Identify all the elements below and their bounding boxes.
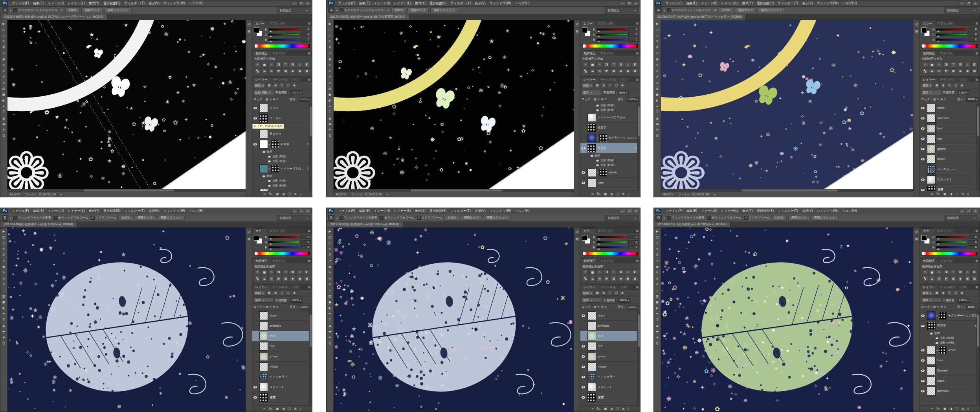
levels-icon[interactable]: ▅ bbox=[589, 269, 596, 275]
panel-menu-icon[interactable]: ▤ bbox=[636, 229, 639, 234]
layer-visibility-toggle[interactable] bbox=[580, 143, 586, 153]
layer-visibility-toggle[interactable] bbox=[252, 362, 258, 372]
lock-position-icon[interactable]: ✥ bbox=[601, 305, 603, 309]
layer-row[interactable]: green bbox=[920, 144, 980, 154]
delete-layer-icon[interactable]: ▯ bbox=[967, 406, 969, 412]
channel-slider[interactable] bbox=[936, 246, 967, 248]
menu-item[interactable]: ウィンドウ(W) bbox=[815, 1, 841, 6]
pen-tool[interactable]: ✒ bbox=[327, 311, 333, 317]
channel-slider[interactable] bbox=[596, 28, 627, 31]
add-layer-mask-icon[interactable]: ▣ bbox=[943, 406, 947, 412]
fill-screen-button[interactable]: 画面にフィット bbox=[158, 215, 185, 221]
layer-name[interactable]: green bbox=[598, 355, 639, 358]
layer-visibility-toggle[interactable] bbox=[580, 362, 586, 372]
effect-eye-icon[interactable] bbox=[930, 333, 933, 335]
layer-thumbnail[interactable] bbox=[587, 311, 596, 320]
lasso-tool[interactable]: ○ bbox=[327, 241, 333, 246]
fit-screen-button[interactable]: 画面サイズ bbox=[135, 215, 156, 221]
checkbox-icon[interactable] bbox=[340, 8, 343, 12]
menu-item[interactable]: 編集(E) bbox=[685, 1, 699, 6]
shape-tool[interactable]: ▬ bbox=[1, 329, 7, 335]
black-white-icon[interactable]: ◧ bbox=[632, 269, 638, 275]
panel-menu-icon[interactable]: ▤ bbox=[975, 21, 979, 26]
hue-saturation-icon[interactable]: ▤ bbox=[957, 269, 963, 275]
layer-row[interactable]: 背景⚿ bbox=[252, 392, 312, 403]
lock-position-icon[interactable]: ✥ bbox=[273, 98, 275, 101]
layer-name[interactable]: レイヤー 0 のコピー bbox=[598, 116, 639, 120]
workspace-switcher[interactable]: 初期設定▾ bbox=[944, 7, 978, 13]
history-brush-tool[interactable]: ✐ bbox=[654, 74, 660, 80]
quick-selection-tool[interactable]: ✎ bbox=[327, 246, 333, 252]
link-layers-icon[interactable]: ∞ bbox=[930, 406, 933, 412]
slider-knob[interactable] bbox=[270, 35, 272, 37]
new-adjustment-layer-icon[interactable]: ◑ bbox=[950, 406, 952, 412]
layer-row[interactable]: パターンきりこみ bbox=[252, 188, 312, 191]
lock-pixels-icon[interactable]: ✎ bbox=[598, 305, 600, 309]
layer-row[interactable]: 黒背景fx▾ bbox=[920, 321, 980, 331]
channel-slider[interactable] bbox=[268, 236, 299, 238]
menu-item[interactable]: 選択範囲(S) bbox=[428, 1, 448, 6]
add-layer-mask-icon[interactable]: ▣ bbox=[276, 191, 279, 197]
slider-knob[interactable] bbox=[598, 238, 600, 239]
brightness-contrast-icon[interactable]: ☀ bbox=[254, 62, 261, 67]
history-brush-tool[interactable]: ✐ bbox=[327, 74, 333, 80]
effect-item-row[interactable]: 光彩 (内側) bbox=[252, 154, 312, 159]
menu-item[interactable]: ヘルプ(H) bbox=[513, 209, 532, 213]
menu-item[interactable]: 表示(V) bbox=[473, 1, 488, 6]
panel-tab-3[interactable]: パス bbox=[958, 77, 969, 82]
filter-pixel-layers-icon[interactable]: ▦ bbox=[266, 291, 272, 296]
document-tab[interactable]: 20130430切り絵作成中.psd @ 50%(leaf, RGB/8) bbox=[654, 222, 730, 227]
effect-eye-icon[interactable] bbox=[268, 160, 271, 162]
layer-thumbnail[interactable] bbox=[259, 104, 268, 112]
checkbox-icon[interactable] bbox=[13, 216, 17, 220]
layer-thumbnail[interactable] bbox=[927, 311, 936, 320]
invert-icon[interactable]: ◩ bbox=[604, 68, 610, 74]
effect-eye-icon[interactable] bbox=[262, 151, 265, 153]
dodge-tool[interactable]: ◐ bbox=[327, 98, 333, 103]
panel-tab-2[interactable]: チャンネル bbox=[938, 77, 958, 82]
effect-item-row[interactable]: 光彩 (外側) bbox=[252, 183, 312, 188]
effect-item-row[interactable]: 光彩 (内側) bbox=[580, 103, 640, 108]
lasso-tool[interactable]: ○ bbox=[654, 33, 660, 39]
panel-tab-2[interactable]: チャンネル bbox=[270, 285, 290, 290]
eraser-tool[interactable]: ▱ bbox=[1, 288, 7, 293]
lasso-tool[interactable]: ○ bbox=[654, 241, 660, 246]
blur-tool[interactable]: ● bbox=[1, 300, 7, 305]
path-selection-tool[interactable]: ▲ bbox=[654, 116, 660, 121]
layer-name[interactable]: 背景 bbox=[598, 395, 637, 399]
filter-kind-dropdown[interactable]: 種類▾ bbox=[582, 83, 593, 88]
filter-type-layers-icon[interactable]: T bbox=[607, 291, 613, 296]
layer-row[interactable]: スタンド1 bbox=[580, 382, 640, 392]
filter-shape-layers-icon[interactable]: ❏ bbox=[613, 83, 619, 88]
curves-icon[interactable]: ∿ bbox=[596, 62, 603, 67]
layer-name[interactable]: stars bbox=[598, 314, 639, 317]
blend-mode-dropdown[interactable]: 比較 (明)▾ bbox=[253, 90, 274, 95]
quick-selection-tool[interactable]: ✎ bbox=[654, 246, 660, 252]
pen-tool[interactable]: ✒ bbox=[1, 104, 7, 109]
eraser-tool[interactable]: ▱ bbox=[327, 80, 333, 86]
layer-name[interactable]: red bbox=[598, 344, 639, 348]
layer-visibility-toggle[interactable] bbox=[920, 321, 926, 331]
eraser-tool[interactable]: ▱ bbox=[654, 288, 660, 293]
panel-tab-2[interactable]: チャンネル bbox=[938, 285, 958, 290]
restore-button[interactable]: ❐ bbox=[626, 1, 632, 6]
menu-item[interactable]: 選択範囲(S) bbox=[101, 1, 122, 6]
artwork-canvas[interactable]: ••✧★❋★•✸❋•★✦✸★✦✸✧✧✧✿❋✧✿★✸✦✧✸✸✦✿❋✧❀✸★❀❀✧•… bbox=[661, 20, 913, 189]
layer-visibility-toggle[interactable] bbox=[580, 112, 586, 122]
tool-option-checkbox[interactable]: ウィンドウサイズを変更 bbox=[13, 216, 51, 220]
restore-button[interactable]: ❐ bbox=[966, 1, 972, 6]
panel-tab-1[interactable]: レイヤー bbox=[581, 77, 598, 82]
layer-row[interactable]: stars bbox=[920, 376, 980, 386]
brightness-contrast-icon[interactable]: ☀ bbox=[922, 62, 928, 67]
zoom-tool[interactable]: Q bbox=[1, 133, 7, 139]
channel-mixer-icon[interactable]: ◒ bbox=[929, 276, 935, 281]
hue-saturation-icon[interactable]: ▤ bbox=[290, 62, 296, 67]
slider-knob[interactable] bbox=[937, 238, 940, 239]
tool-option-checkbox[interactable]: ✓スクラブズーム bbox=[417, 216, 443, 220]
levels-icon[interactable]: ▅ bbox=[261, 62, 268, 67]
crop-tool[interactable]: # bbox=[654, 45, 660, 50]
path-selection-tool[interactable]: ▲ bbox=[654, 323, 660, 329]
new-group-icon[interactable]: ❑ bbox=[956, 406, 958, 412]
lock-all-icon[interactable]: ⚿ bbox=[276, 305, 278, 309]
filter-smart-objects-icon[interactable]: ▪ bbox=[292, 291, 297, 296]
